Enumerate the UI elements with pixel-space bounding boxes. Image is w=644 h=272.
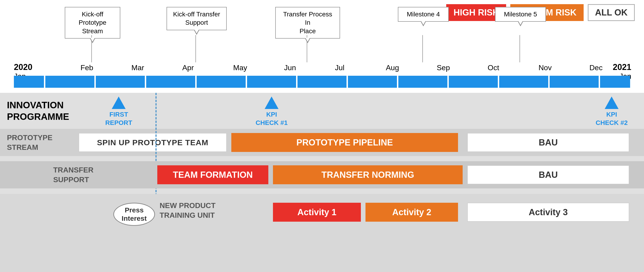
prototype-stream-row: PROTOTYPESTREAM SPIN UP PROTOTYPE TEAM P… <box>0 129 644 156</box>
timeline-segment-jul <box>298 76 346 88</box>
month-oct: Oct <box>488 63 499 72</box>
timeline-segment-may <box>196 76 246 88</box>
kpi1-label: FIRSTREPORT <box>105 110 132 127</box>
kpi-check2: KPICHECK #2 <box>596 97 628 127</box>
kpi3-triangle <box>605 97 618 109</box>
activity2-task: Activity 2 <box>366 203 458 222</box>
timeline-segment-jun <box>247 76 296 88</box>
month-aug: Aug <box>386 63 399 72</box>
activity1-task: Activity 1 <box>273 203 361 222</box>
all-ok-badge: ALL OK <box>588 4 635 21</box>
transfer-norming-task: TRANSFER NORMING <box>273 165 463 184</box>
kpi3-label: KPICHECK #2 <box>596 110 628 127</box>
timeline-segment-jan2021 <box>600 76 630 88</box>
bau2-task: BAU <box>467 165 629 184</box>
month-nov: Nov <box>538 63 552 72</box>
month-feb: Feb <box>80 63 93 72</box>
month-mar: Mar <box>132 63 144 72</box>
callout4-connector <box>422 35 423 62</box>
timeline-segment-oct <box>449 76 498 88</box>
spin-up-task: SPIN UP PROTOTYPE TEAM <box>79 133 227 152</box>
timeline-segment-nov <box>499 76 548 88</box>
prototype-pipeline-task: PROTOTYPE PIPELINE <box>231 133 458 152</box>
kpi2-label: KPICHECK #1 <box>256 110 288 127</box>
month-jun: Jun <box>284 63 296 72</box>
month-dec: Dec <box>590 63 602 72</box>
team-formation-task: TEAM FORMATION <box>157 165 268 184</box>
kpi2-triangle <box>265 97 278 109</box>
kpi1-triangle <box>112 97 126 109</box>
month-may: May <box>233 63 247 72</box>
press-interest-oval: PressInterest <box>113 203 155 226</box>
timeline-segment-apr <box>146 76 195 88</box>
timeline-segment-aug <box>348 76 397 88</box>
transfer-support-row: TRANSFERSUPPORT TEAM FORMATION TRANSFER … <box>0 161 644 188</box>
timeline-bar <box>14 76 630 88</box>
month-jul: Jul <box>335 63 344 72</box>
training-unit-row: PressInterest NEW PRODUCTTRAINING UNIT A… <box>0 194 644 272</box>
month-apr: Apr <box>182 63 194 72</box>
kpi-first-report: FIRSTREPORT <box>105 97 132 127</box>
activity3-task: Activity 3 <box>467 203 629 222</box>
training-unit-label: NEW PRODUCTTRAINING UNIT <box>160 201 216 220</box>
timeline-segment-jan <box>14 76 44 88</box>
programme-label: INNOVATIONPROGRAMME <box>7 99 72 122</box>
bau1-task: BAU <box>467 133 629 152</box>
month-sep: Sep <box>437 63 450 72</box>
timeline-segment-sep <box>398 76 448 88</box>
transfer-support-label: TRANSFERSUPPORT <box>53 165 94 184</box>
kpi-check1: KPICHECK #1 <box>256 97 288 127</box>
prototype-stream-label: PROTOTYPESTREAM <box>7 133 52 152</box>
callout2-connector <box>196 35 196 62</box>
timeline-segment-feb <box>45 76 94 88</box>
timeline-segment-mar <box>96 76 145 88</box>
callout5-connector <box>520 35 520 62</box>
timeline-segment-dec <box>550 76 599 88</box>
